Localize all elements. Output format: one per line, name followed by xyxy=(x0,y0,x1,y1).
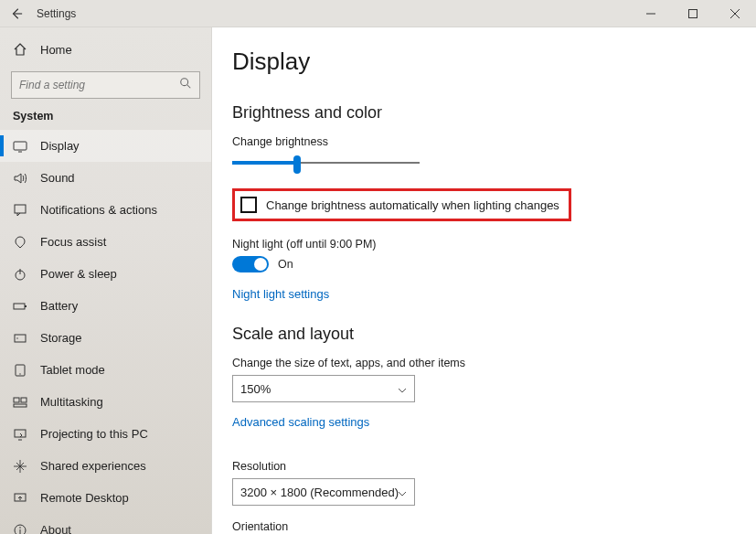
section-scale: Scale and layout xyxy=(232,325,756,344)
section-header: System xyxy=(0,108,211,130)
sidebar-item-projecting[interactable]: Projecting to this PC xyxy=(0,418,211,450)
svg-rect-8 xyxy=(15,205,26,213)
auto-brightness-label: Change brightness automatically when lig… xyxy=(266,198,559,212)
night-light-toggle[interactable] xyxy=(232,256,269,272)
sidebar-item-storage[interactable]: Storage xyxy=(0,322,211,354)
about-icon xyxy=(13,523,27,535)
sound-icon xyxy=(13,171,27,186)
toggle-state-label: On xyxy=(278,258,293,271)
arrow-left-icon xyxy=(10,7,23,20)
content-area: Display Brightness and color Change brig… xyxy=(212,27,756,534)
focus-assist-icon xyxy=(13,235,27,250)
tablet-icon xyxy=(13,363,27,378)
svg-rect-11 xyxy=(14,304,25,309)
sidebar-item-sound[interactable]: Sound xyxy=(0,162,211,194)
svg-point-4 xyxy=(181,79,188,86)
home-icon xyxy=(13,42,27,57)
night-light-settings-link[interactable]: Night light settings xyxy=(232,287,329,301)
svg-line-5 xyxy=(187,85,191,89)
maximize-button[interactable] xyxy=(672,0,714,27)
search-field[interactable] xyxy=(19,79,179,91)
svg-rect-13 xyxy=(15,335,26,342)
sidebar-item-tablet-mode[interactable]: Tablet mode xyxy=(0,354,211,386)
nav-list: Display Sound Notifications & actions Fo… xyxy=(0,130,211,534)
storage-icon xyxy=(13,331,27,346)
sidebar-item-label: Storage xyxy=(40,331,82,345)
scale-dropdown[interactable]: 150% xyxy=(232,375,415,402)
multitasking-icon xyxy=(13,395,27,410)
home-button[interactable]: Home xyxy=(0,33,211,66)
svg-rect-1 xyxy=(689,9,697,17)
svg-point-14 xyxy=(16,337,17,338)
chevron-down-icon xyxy=(398,487,407,501)
sidebar-item-label: Tablet mode xyxy=(40,363,105,377)
svg-rect-12 xyxy=(25,305,27,307)
sidebar-item-label: Notifications & actions xyxy=(40,203,157,217)
power-icon xyxy=(13,267,27,282)
resolution-dropdown[interactable]: 3200 × 1800 (Recommended) xyxy=(232,478,415,506)
sidebar: Home System Display Sound Notifications xyxy=(0,27,212,534)
sidebar-item-label: Sound xyxy=(40,171,75,185)
svg-rect-18 xyxy=(21,398,27,402)
svg-point-16 xyxy=(19,373,20,374)
sidebar-item-display[interactable]: Display xyxy=(0,130,211,162)
scale-value: 150% xyxy=(240,382,271,396)
home-label: Home xyxy=(40,43,72,57)
shared-icon xyxy=(13,459,27,474)
resolution-label: Resolution xyxy=(232,460,756,473)
svg-rect-6 xyxy=(14,142,27,150)
sidebar-item-label: Shared experiences xyxy=(40,459,146,473)
page-title: Display xyxy=(232,48,756,76)
minimize-button[interactable] xyxy=(630,0,672,27)
svg-rect-17 xyxy=(14,398,19,402)
remote-desktop-icon xyxy=(13,491,27,506)
brightness-label: Change brightness xyxy=(232,135,756,148)
sidebar-item-multitasking[interactable]: Multitasking xyxy=(0,386,211,418)
sidebar-item-label: Display xyxy=(40,139,80,153)
sidebar-item-remote-desktop[interactable]: Remote Desktop xyxy=(0,482,211,514)
sidebar-item-label: Multitasking xyxy=(40,395,103,409)
scale-label: Change the size of text, apps, and other… xyxy=(232,357,756,369)
sidebar-item-shared-experiences[interactable]: Shared experiences xyxy=(0,450,211,482)
back-button[interactable] xyxy=(0,7,33,20)
brightness-slider[interactable] xyxy=(232,154,420,172)
slider-thumb[interactable] xyxy=(293,155,301,174)
projecting-icon xyxy=(13,427,27,442)
auto-brightness-checkbox[interactable]: Change brightness automatically when lig… xyxy=(232,188,571,221)
sidebar-item-label: Focus assist xyxy=(40,235,106,249)
sidebar-item-battery[interactable]: Battery xyxy=(0,290,211,322)
orientation-label: Orientation xyxy=(232,520,756,533)
sidebar-item-notifications[interactable]: Notifications & actions xyxy=(0,194,211,226)
night-light-status: Night light (off until 9:00 PM) xyxy=(232,238,756,251)
titlebar: Settings xyxy=(0,0,756,27)
search-icon xyxy=(179,77,192,93)
advanced-scaling-link[interactable]: Advanced scaling settings xyxy=(232,415,369,429)
sidebar-item-power-sleep[interactable]: Power & sleep xyxy=(0,258,211,290)
battery-icon xyxy=(13,299,27,314)
sidebar-item-label: Projecting to this PC xyxy=(40,427,148,441)
toggle-knob xyxy=(254,258,267,271)
section-brightness: Brightness and color xyxy=(232,103,756,123)
slider-fill xyxy=(232,161,298,165)
svg-rect-20 xyxy=(15,430,26,437)
checkbox-box[interactable] xyxy=(240,197,257,213)
svg-point-23 xyxy=(19,527,21,529)
sidebar-item-label: About xyxy=(40,523,71,534)
sidebar-item-label: Battery xyxy=(40,299,78,313)
resolution-value: 3200 × 1800 (Recommended) xyxy=(240,486,399,499)
sidebar-item-about[interactable]: About xyxy=(0,514,211,534)
svg-rect-19 xyxy=(14,404,27,407)
window-title: Settings xyxy=(33,7,76,20)
chevron-down-icon xyxy=(398,384,407,398)
display-icon xyxy=(13,139,27,154)
notifications-icon xyxy=(13,203,27,218)
search-input[interactable] xyxy=(11,71,200,99)
sidebar-item-label: Power & sleep xyxy=(40,267,117,281)
close-button[interactable] xyxy=(714,0,756,27)
sidebar-item-focus-assist[interactable]: Focus assist xyxy=(0,226,211,258)
sidebar-item-label: Remote Desktop xyxy=(40,491,129,505)
